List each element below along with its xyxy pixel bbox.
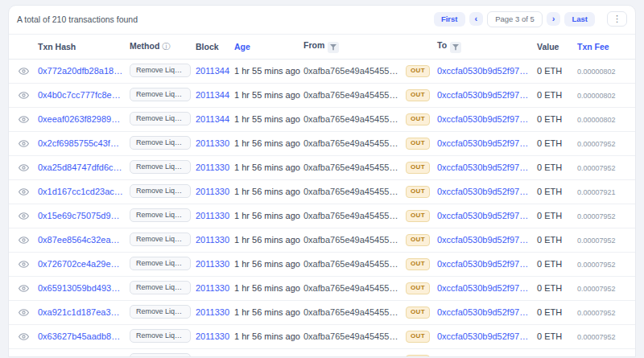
chevron-left-icon: ‹	[475, 14, 478, 23]
direction-badge: OUT	[406, 89, 430, 101]
last-page-button[interactable]: Last	[564, 12, 595, 27]
block-link[interactable]: 2011330	[196, 211, 229, 220]
age-text: 1 hr 55 mins ago	[234, 66, 300, 76]
txn-fee-text: 0.00000802	[577, 116, 616, 124]
txn-hash-link[interactable]: 0xa921c1d187ea341aaa...	[38, 307, 123, 317]
first-page-button[interactable]: First	[434, 12, 465, 27]
eye-icon[interactable]	[19, 66, 29, 76]
block-link[interactable]: 2011330	[196, 356, 229, 357]
to-address-link[interactable]: 0xccfa0530b9d52f970d1...	[437, 283, 530, 293]
method-badge: Remove Liquidity...	[130, 160, 191, 174]
to-address-link[interactable]: 0xccfa0530b9d52f970d1...	[437, 211, 530, 220]
block-link[interactable]: 2011330	[196, 235, 229, 245]
info-icon[interactable]: ⓘ	[162, 42, 170, 51]
to-address-link[interactable]: 0xccfa0530b9d52f970d1...	[437, 187, 530, 196]
txn-hash-link[interactable]: 0x65913059bd493192a4...	[38, 283, 123, 293]
txn-hash-column-header: Txn Hash	[35, 36, 126, 57]
direction-badge: OUT	[406, 307, 430, 319]
table-row: 0x1d167cc1cd23acb906... Remove Liquidity…	[9, 180, 635, 204]
txn-hash-link[interactable]: 0x2cf6985755c43fa82e2...	[38, 138, 123, 148]
prev-page-button[interactable]: ‹	[469, 12, 484, 26]
value-text: 0 ETH	[537, 283, 562, 293]
txn-hash-link[interactable]: 0xa25d84747dfd6cdd05...	[38, 163, 123, 172]
from-address: 0xafba765e49a4545569...	[303, 235, 398, 245]
value-text: 0 ETH	[537, 187, 562, 196]
eye-icon[interactable]	[19, 235, 29, 245]
eye-icon[interactable]	[19, 163, 29, 173]
to-address-link[interactable]: 0xccfa0530b9d52f970d1...	[437, 90, 530, 100]
to-address-link[interactable]: 0xccfa0530b9d52f970d1...	[437, 114, 530, 124]
from-address: 0xafba765e49a4545569...	[303, 356, 398, 357]
block-link[interactable]: 2011344	[196, 114, 229, 124]
to-address-link[interactable]: 0xccfa0530b9d52f970d1...	[437, 307, 530, 317]
eye-icon[interactable]	[19, 138, 29, 149]
method-badge: Remove Liquidity...	[130, 305, 191, 319]
block-link[interactable]: 2011344	[196, 66, 229, 76]
direction-badge: OUT	[406, 138, 430, 150]
to-address-link[interactable]: 0xccfa0530b9d52f970d1...	[437, 356, 530, 357]
txn-hash-link[interactable]: 0x772a20dfb28a18a4d9...	[38, 66, 123, 76]
value-text: 0 ETH	[537, 331, 562, 341]
txn-fee-text: 0.00007952	[577, 285, 616, 293]
more-options-button[interactable]: ⋮	[607, 11, 627, 27]
block-link[interactable]: 2011330	[196, 331, 229, 341]
txn-hash-link[interactable]: 0x1d167cc1cd23acb906...	[38, 187, 123, 196]
age-text: 1 hr 56 mins ago	[234, 138, 300, 148]
table-row: 0x772a20dfb28a18a4d9... Remove Liquidity…	[9, 60, 635, 84]
txn-fee-column-header[interactable]: Txn Fee	[574, 36, 629, 57]
eye-icon[interactable]	[19, 331, 29, 342]
eye-icon[interactable]	[19, 259, 29, 270]
age-column-header[interactable]: Age	[231, 36, 300, 57]
method-column-header: Methodⓘ	[126, 35, 192, 58]
eye-icon[interactable]	[19, 114, 29, 125]
direction-badge: OUT	[406, 282, 430, 294]
txn-hash-link[interactable]: 0x726702ce4a29e7ab01...	[38, 259, 123, 269]
next-page-button[interactable]: ›	[547, 12, 561, 26]
block-link[interactable]: 2011330	[196, 138, 229, 148]
to-address-link[interactable]: 0xccfa0530b9d52f970d1...	[437, 163, 530, 172]
from-address: 0xafba765e49a4545569...	[303, 138, 398, 148]
value-text: 0 ETH	[537, 66, 562, 76]
direction-badge: OUT	[406, 65, 430, 77]
txn-hash-link[interactable]: 0x15e69c75075d91c857...	[38, 211, 123, 220]
block-link[interactable]: 2011330	[196, 259, 229, 269]
age-text: 1 hr 56 mins ago	[234, 163, 300, 172]
eye-icon[interactable]	[19, 283, 29, 294]
age-text: 1 hr 56 mins ago	[234, 235, 300, 245]
txn-hash-link[interactable]: 0x63627b45aadb862ec7...	[38, 331, 123, 341]
direction-badge: OUT	[406, 234, 430, 246]
from-address: 0xafba765e49a4545569...	[303, 331, 398, 341]
pagination: First ‹ Page 3 of 5 › Last ⋮	[434, 11, 627, 27]
txn-hash-link[interactable]: 0xeeaf0263f8298927ecb...	[38, 114, 123, 124]
block-link[interactable]: 2011330	[196, 163, 229, 172]
to-filter-icon[interactable]	[450, 42, 461, 53]
txn-hash-link[interactable]: 0x4b0c7cc777fc8e73a91...	[38, 90, 123, 100]
eye-icon[interactable]	[19, 356, 29, 358]
chevron-right-icon: ›	[552, 14, 555, 23]
txn-hash-link[interactable]: 0x6eb24f1c136537b560...	[38, 356, 123, 357]
block-link[interactable]: 2011344	[196, 90, 229, 100]
to-address-link[interactable]: 0xccfa0530b9d52f970d1...	[437, 235, 530, 245]
eye-icon[interactable]	[19, 90, 29, 101]
block-link[interactable]: 2011330	[196, 307, 229, 317]
age-text: 1 hr 56 mins ago	[234, 331, 300, 341]
eye-icon[interactable]	[19, 187, 29, 197]
to-address-link[interactable]: 0xccfa0530b9d52f970d1...	[437, 331, 530, 341]
from-filter-icon[interactable]	[328, 42, 339, 53]
txn-fee-text: 0.00000802	[577, 92, 616, 100]
to-address-link[interactable]: 0xccfa0530b9d52f970d1...	[437, 259, 530, 269]
table-row: 0xeeaf0263f8298927ecb... Remove Liquidit…	[9, 108, 635, 132]
eye-icon[interactable]	[19, 307, 29, 318]
eye-icon[interactable]	[19, 211, 29, 221]
block-link[interactable]: 2011330	[196, 187, 229, 196]
block-link[interactable]: 2011330	[196, 283, 229, 293]
block-column-header: Block	[192, 36, 231, 57]
to-address-link[interactable]: 0xccfa0530b9d52f970d1...	[437, 66, 530, 76]
method-badge: Remove Liquidity...	[130, 136, 191, 150]
direction-badge: OUT	[406, 162, 430, 174]
from-address: 0xafba765e49a4545569...	[303, 114, 398, 124]
txn-hash-link[interactable]: 0x87ee8564c32ea8d8e1...	[38, 235, 123, 245]
method-badge: Remove Liquidity...	[130, 64, 191, 77]
eye-column-header	[15, 41, 35, 52]
to-address-link[interactable]: 0xccfa0530b9d52f970d1...	[437, 138, 530, 148]
